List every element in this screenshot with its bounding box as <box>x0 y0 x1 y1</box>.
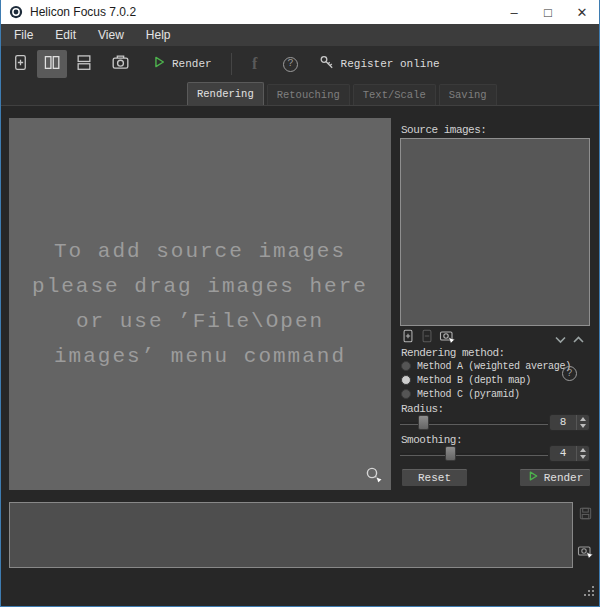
method-a-label: Method A (weighted average) <box>417 361 571 372</box>
save-log-button[interactable] <box>578 506 593 525</box>
menu-item-edit[interactable]: Edit <box>44 24 87 46</box>
radius-spin-arrows <box>576 415 589 430</box>
vertical-split-view-button[interactable] <box>37 50 67 78</box>
app-window: Helicon Focus 7.0.2 – □ ✕ File Edit View… <box>0 0 600 607</box>
method-a-radio-row[interactable]: Method A (weighted average) <box>401 360 571 372</box>
remove-file-icon <box>420 329 434 347</box>
zoom-button[interactable] <box>364 465 384 485</box>
minimize-button[interactable]: – <box>497 0 531 24</box>
register-online-label: Register online <box>341 58 440 70</box>
key-icon <box>319 54 335 74</box>
source-images-list[interactable] <box>400 138 590 326</box>
render-action-button[interactable]: Render <box>519 468 591 487</box>
method-help-icon: ? <box>562 366 577 381</box>
placeholder-line: To add source images <box>54 234 346 269</box>
smoothing-slider[interactable] <box>400 446 548 461</box>
smoothing-spin-arrows <box>576 446 589 461</box>
render-button[interactable]: Render <box>145 50 219 78</box>
tab-rendering[interactable]: Rendering <box>187 82 264 105</box>
method-b-radio[interactable] <box>401 375 411 385</box>
toolbar-separator <box>231 53 232 75</box>
remove-image-button[interactable] <box>420 329 434 347</box>
helicon-logo-icon <box>9 5 23 19</box>
play-icon <box>527 470 539 485</box>
camera-button[interactable] <box>107 50 133 78</box>
maximize-button[interactable]: □ <box>531 0 565 24</box>
play-icon <box>152 55 166 73</box>
move-up-button[interactable] <box>572 331 585 349</box>
rendering-method-label: Rendering method: <box>401 347 505 359</box>
camera-cursor-icon <box>577 543 594 564</box>
radius-spin-down-button[interactable] <box>580 424 586 428</box>
method-a-radio[interactable] <box>401 361 411 371</box>
titlebar: Helicon Focus 7.0.2 – □ ✕ <box>1 0 599 24</box>
method-help-button[interactable]: ? <box>562 366 577 381</box>
image-drop-zone[interactable]: To add source images please drag images … <box>9 118 391 490</box>
smoothing-value[interactable]: 4 <box>550 446 576 461</box>
placeholder-line: please drag images here <box>32 269 368 304</box>
help-icon: ? <box>283 57 298 72</box>
close-button[interactable]: ✕ <box>565 0 599 24</box>
help-button[interactable]: ? <box>278 50 304 78</box>
camera-cursor-icon <box>439 328 456 349</box>
add-images-icon <box>12 54 29 75</box>
menu-item-help[interactable]: Help <box>135 24 182 46</box>
tab-retouching[interactable]: Retouching <box>267 84 350 105</box>
register-online-button[interactable]: Register online <box>314 50 445 78</box>
window-title: Helicon Focus 7.0.2 <box>30 5 136 19</box>
smoothing-slider-handle[interactable] <box>445 446 456 461</box>
radius-value[interactable]: 8 <box>550 415 576 430</box>
open-images-button[interactable] <box>7 50 33 78</box>
radius-slider-handle[interactable] <box>418 415 429 430</box>
tab-saving[interactable]: Saving <box>439 84 497 105</box>
method-b-radio-row[interactable]: Method B (depth map) <box>401 374 531 386</box>
render-action-label: Render <box>544 472 584 484</box>
smoothing-spin-down-button[interactable] <box>580 455 586 459</box>
smoothing-spin-up-button[interactable] <box>580 448 586 452</box>
floppy-icon <box>578 506 593 525</box>
radius-spinbox[interactable]: 8 <box>549 414 590 431</box>
camera-capture-button[interactable] <box>439 328 456 349</box>
reset-button[interactable]: Reset <box>401 468 468 487</box>
magnifier-icon <box>364 471 384 488</box>
placeholder-line: or use ’File\Open <box>76 304 324 339</box>
toolbar: Render f ? Register online <box>1 46 599 82</box>
radius-slider[interactable] <box>400 415 548 430</box>
chevron-up-icon <box>572 331 585 349</box>
menubar: File Edit View Help <box>1 24 599 46</box>
horizontal-split-icon <box>75 54 93 75</box>
smoothing-label: Smoothing: <box>401 434 462 446</box>
smoothing-slider-track[interactable] <box>400 453 548 455</box>
vertical-split-icon <box>43 54 61 75</box>
facebook-icon: f <box>252 55 257 73</box>
method-c-radio-row[interactable]: Method C (pyramid) <box>401 388 520 400</box>
menu-item-file[interactable]: File <box>3 24 44 46</box>
facebook-button[interactable]: f <box>242 50 268 78</box>
add-image-button[interactable] <box>401 329 415 347</box>
add-file-icon <box>401 329 415 347</box>
tabstrip: Rendering Retouching Text/Scale Saving <box>1 82 599 106</box>
camera-log-button[interactable] <box>577 543 594 564</box>
log-output-box[interactable] <box>9 502 573 568</box>
resize-grip[interactable] <box>583 583 595 601</box>
method-c-radio[interactable] <box>401 389 411 399</box>
method-c-label: Method C (pyramid) <box>417 389 520 400</box>
tab-text-scale[interactable]: Text/Scale <box>353 84 436 105</box>
radius-spin-up-button[interactable] <box>580 417 586 421</box>
placeholder-line: images’ menu command <box>54 339 346 374</box>
method-b-label: Method B (depth map) <box>417 375 531 386</box>
radius-label: Radius: <box>401 403 444 415</box>
render-button-label: Render <box>172 58 212 70</box>
source-images-label: Source images: <box>401 124 486 136</box>
chevron-down-icon <box>554 331 567 349</box>
move-down-button[interactable] <box>554 331 567 349</box>
camera-icon <box>111 53 130 75</box>
horizontal-split-view-button[interactable] <box>71 50 97 78</box>
reset-button-label: Reset <box>418 472 451 484</box>
menu-item-view[interactable]: View <box>87 24 135 46</box>
smoothing-spinbox[interactable]: 4 <box>549 445 590 462</box>
